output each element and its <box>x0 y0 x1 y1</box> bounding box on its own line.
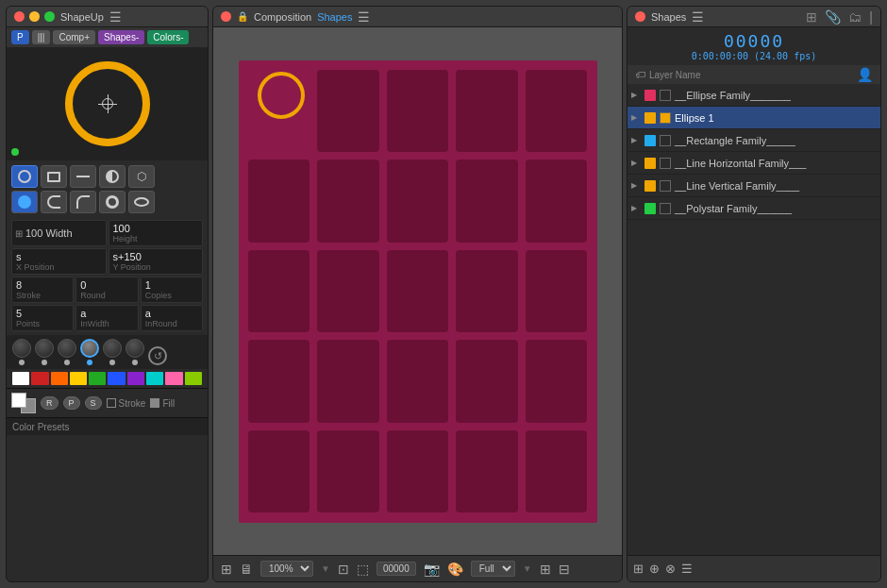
knob-2[interactable] <box>35 339 54 358</box>
points-field[interactable]: 5 Points <box>11 305 74 331</box>
expand-icon[interactable]: ▶ <box>631 91 641 99</box>
shapes-icon-3[interactable]: 🗂 <box>848 9 862 25</box>
round-field[interactable]: 0 Round <box>75 277 138 303</box>
swatch-yellow[interactable] <box>70 372 87 385</box>
left-menu-icon[interactable]: ☰ <box>109 9 122 25</box>
comp-monitor-btn[interactable]: 🖥 <box>240 562 253 577</box>
yposition-field[interactable]: s+150 Y Position <box>109 248 204 275</box>
layer-vis-4[interactable] <box>660 158 671 169</box>
middle-close[interactable] <box>221 11 231 22</box>
stroke-square[interactable] <box>11 393 26 408</box>
layers-list[interactable]: ▶ __Ellipse Family_______ ▶ Ellipse 1 ▶ … <box>628 84 880 555</box>
layer-row-6[interactable]: ▶ __Polystar Family______ <box>628 197 880 220</box>
xposition-field[interactable]: s X Position <box>11 248 107 275</box>
shapes-bottom-btn-1[interactable]: ⊞ <box>633 562 644 576</box>
tab-bars[interactable]: ||| <box>32 30 51 44</box>
swatch-purple[interactable] <box>127 372 144 385</box>
expand-icon-4[interactable]: ▶ <box>631 159 641 167</box>
comp-layout-btn[interactable]: ⊞ <box>540 562 551 577</box>
copies-field[interactable]: 1 Copies <box>141 277 203 303</box>
comp-grid-btn[interactable]: ⊞ <box>221 562 232 577</box>
grid-cell <box>456 70 518 153</box>
comp-expand-btn[interactable]: ⊟ <box>559 562 570 577</box>
minimize-button[interactable] <box>29 11 40 22</box>
knob-1[interactable] <box>12 339 31 358</box>
shapes-icon-4[interactable]: | <box>869 9 873 25</box>
layer-vis-6[interactable] <box>660 203 671 214</box>
points-label: Points <box>16 319 69 328</box>
p-button[interactable]: P <box>63 396 80 410</box>
layer-row-selected[interactable]: ▶ Ellipse 1 <box>628 107 880 129</box>
layer-row-3[interactable]: ▶ __Rectangle Family_____ <box>628 129 880 152</box>
tab-comp[interactable]: Comp+ <box>53 30 95 44</box>
tool-quarter[interactable] <box>70 191 96 213</box>
comp-color-btn[interactable]: 🎨 <box>447 562 463 577</box>
tool-oval[interactable] <box>128 191 155 213</box>
right-menu-icon[interactable]: ☰ <box>692 9 704 25</box>
layer-vis-5[interactable] <box>660 180 671 192</box>
expand-icon-5[interactable]: ▶ <box>631 181 641 190</box>
inround-field[interactable]: a InRound <box>141 305 203 331</box>
shapes-icon-1[interactable]: ⊞ <box>806 9 817 25</box>
tool-rect[interactable] <box>41 165 67 188</box>
width-value: 100 <box>25 227 42 239</box>
shapes-icon-2[interactable]: 📎 <box>825 9 841 25</box>
expand-icon-3[interactable]: ▶ <box>631 136 641 144</box>
swatch-green[interactable] <box>89 372 106 385</box>
comp-frame-btn[interactable]: ⊡ <box>338 562 349 577</box>
knob-3[interactable] <box>58 339 76 358</box>
layer-row[interactable]: ▶ __Ellipse Family_______ <box>628 84 880 107</box>
tool-arc[interactable] <box>41 191 67 213</box>
layer-row-4[interactable]: ▶ __Line Horizontal Family___ <box>628 152 880 175</box>
knob-6[interactable] <box>126 339 144 358</box>
close-button[interactable] <box>14 11 25 22</box>
inwidth-field[interactable]: a InWidth <box>75 305 138 331</box>
swatch-pink[interactable] <box>165 372 182 385</box>
grid-cell <box>248 340 310 423</box>
layer-vis-1[interactable] <box>660 90 671 101</box>
layer-row-5[interactable]: ▶ __Line Vertical Family____ <box>628 175 880 197</box>
shapes-bottom-btn-2[interactable]: ⊕ <box>649 562 660 576</box>
tab-p[interactable]: P <box>11 30 29 44</box>
tool-half[interactable] <box>99 165 126 188</box>
knob-4[interactable] <box>80 339 99 358</box>
comp-region-btn[interactable]: ⬚ <box>357 562 369 577</box>
tool-minus[interactable] <box>70 165 96 188</box>
tool-filled-circle[interactable] <box>11 191 38 213</box>
zoom-select[interactable]: 100% <box>260 561 313 577</box>
stroke-field[interactable]: 8 Stroke <box>11 277 74 303</box>
tool-hex[interactable]: ⬡ <box>128 165 155 188</box>
right-close[interactable] <box>635 11 645 22</box>
height-value: 100 <box>113 223 199 234</box>
tab-colors[interactable]: Colors- <box>147 30 189 44</box>
tool-ring[interactable] <box>99 191 126 213</box>
refresh-button[interactable]: ↺ <box>148 346 167 365</box>
tool-circle[interactable] <box>11 165 38 188</box>
expand-icon-6[interactable]: ▶ <box>631 204 641 212</box>
layer-vis-3[interactable] <box>660 135 671 146</box>
middle-menu-icon[interactable]: ☰ <box>358 9 370 25</box>
shape-preview <box>7 47 208 160</box>
ring-icon <box>106 195 119 209</box>
swatch-cyan[interactable] <box>146 372 163 385</box>
tab-shapes[interactable]: Shapes- <box>98 30 144 44</box>
height-field[interactable]: 100 Height <box>109 220 204 246</box>
layer-name-header: Layer Name <box>649 70 700 80</box>
shapes-bottom-btn-3[interactable]: ⊗ <box>665 562 676 576</box>
s-button[interactable]: S <box>85 396 102 410</box>
width-field[interactable]: ⊞ 100 Width <box>11 220 107 246</box>
layer-vis-2[interactable] <box>660 112 671 124</box>
maximize-button[interactable] <box>44 11 55 22</box>
swatch-lime[interactable] <box>185 372 202 385</box>
swatch-red[interactable] <box>31 372 48 385</box>
comp-camera-btn[interactable]: 📷 <box>424 562 440 577</box>
swatch-orange[interactable] <box>51 372 68 385</box>
expand-icon-2[interactable]: ▶ <box>631 113 641 122</box>
fill-label: Fill <box>162 398 175 409</box>
shapes-bottom-btn-4[interactable]: ☰ <box>681 562 693 576</box>
knob-5[interactable] <box>103 339 122 358</box>
r-button[interactable]: R <box>41 396 59 410</box>
swatch-blue[interactable] <box>108 372 125 385</box>
swatch-white[interactable] <box>12 372 29 385</box>
quality-select[interactable]: Full <box>471 561 515 577</box>
